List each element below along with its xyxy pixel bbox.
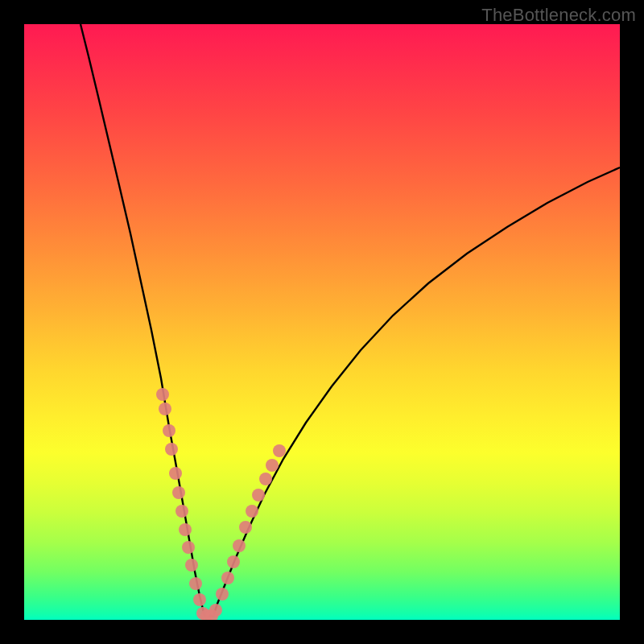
data-point-marker: [233, 539, 246, 552]
data-point-marker: [252, 489, 265, 502]
data-point-marker: [179, 523, 192, 536]
data-point-marker: [209, 604, 222, 617]
watermark-text: TheBottleneck.com: [481, 5, 636, 26]
data-point-marker: [163, 424, 175, 437]
data-point-marker: [216, 588, 229, 601]
chart-frame: TheBottleneck.com: [0, 0, 644, 644]
plot-area: [24, 24, 620, 620]
data-point-markers: [156, 388, 286, 620]
data-point-marker: [165, 443, 178, 456]
bottleneck-curve: [24, 24, 620, 620]
data-point-marker: [239, 521, 252, 534]
data-point-marker: [156, 388, 169, 401]
curve-right-branch: [213, 167, 620, 616]
data-point-marker: [175, 505, 188, 518]
data-point-marker: [246, 505, 258, 518]
data-point-marker: [185, 559, 198, 572]
data-point-marker: [172, 486, 185, 499]
data-point-marker: [193, 593, 206, 606]
data-point-marker: [273, 444, 286, 457]
data-point-marker: [266, 459, 279, 472]
data-point-marker: [182, 541, 195, 554]
data-point-marker: [189, 577, 202, 590]
data-point-marker: [227, 555, 240, 568]
data-point-marker: [259, 473, 272, 485]
data-point-marker: [221, 572, 234, 584]
data-point-marker: [159, 402, 171, 415]
data-point-marker: [169, 467, 182, 480]
